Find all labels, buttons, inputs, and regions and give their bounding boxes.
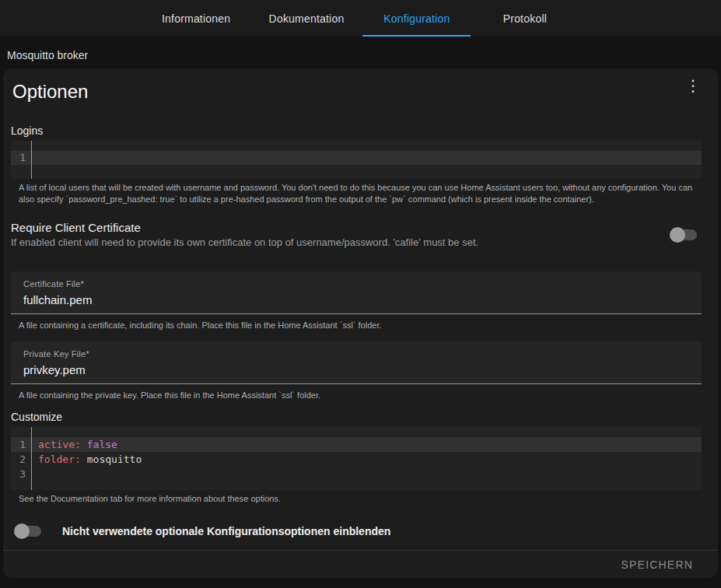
yaml-key-token: folder: [38,453,81,465]
line-number: 3 [11,467,31,481]
switch-thumb [14,523,30,539]
options-card: Optionen ⋮ Logins 1 A list of local user… [3,68,718,578]
kebab-menu-icon: ⋮ [685,76,701,95]
save-button[interactable]: SPEICHERN [621,558,693,571]
line-code: active:false [31,437,117,452]
line-code [31,467,38,481]
keyfile-label: Private Key File* [23,349,689,359]
line-code: folder:mosquitto [31,452,142,467]
addon-name: Mosquitto broker [7,49,721,61]
certfile-helper-text: A file containing a certificate, includi… [19,320,699,331]
editor-padding [11,141,702,151]
certfile-value: fullchain.pem [23,292,689,307]
yaml-key-token: active: [38,439,81,450]
logins-yaml-editor[interactable]: 1 [11,141,702,179]
editor-line: 1 [11,151,702,165]
require-client-certificate-block: Require Client Certificate If enabled cl… [11,221,709,249]
card-title: Optionen [3,68,718,103]
editor-line: 2 folder:mosquitto [11,452,702,467]
customize-yaml-editor[interactable]: 1 active:false 2 folder:mosquitto 3 [11,427,702,490]
tab-protokoll[interactable]: Protokoll [471,0,579,37]
require-client-certificate-label: Require Client Certificate [11,221,639,235]
certfile-label: Certificate File* [23,279,689,289]
editor-line: 1 active:false [11,437,702,452]
require-client-certificate-switch[interactable] [670,227,698,243]
show-unused-options-row: Nicht verwendete optionale Konfiguration… [14,523,718,539]
line-number: 1 [11,437,31,452]
logins-section-label: Logins [11,124,718,137]
editor-line: 3 [11,467,702,481]
addon-tabbar: Informationen Dokumentation Konfiguratio… [0,0,721,37]
show-unused-options-switch[interactable] [14,523,42,539]
card-footer: SPEICHERN [3,550,718,578]
yaml-bool-token: false [87,439,117,450]
switch-thumb [670,227,685,243]
customize-section-label: Customize [11,411,718,423]
keyfile-value: privkey.pem [23,362,689,377]
tab-label: Dokumentation [269,12,345,25]
keyfile-helper-text: A file containing the private key. Place… [19,390,699,401]
tab-label: Informationen [162,12,230,25]
active-tab-indicator [362,35,471,37]
editor-padding [11,165,702,179]
tab-label: Protokoll [503,12,547,25]
line-code [31,151,38,165]
require-client-certificate-description: If enabled client will need to provide i… [11,236,639,249]
customize-helper-text: See the Documentation tab for more infor… [19,493,699,505]
tab-konfiguration[interactable]: Konfiguration [362,0,471,37]
overflow-menu-button[interactable]: ⋮ [681,73,705,98]
show-unused-options-label: Nicht verwendete optionale Konfiguration… [62,525,390,537]
yaml-value-token: mosquitto [87,453,142,465]
keyfile-input[interactable]: Private Key File* privkey.pem [11,341,702,384]
tab-dokumentation[interactable]: Dokumentation [250,0,363,37]
editor-padding [11,481,702,490]
tab-label: Konfiguration [383,12,450,25]
tab-informationen[interactable]: Informationen [142,0,250,37]
line-number: 1 [11,151,31,165]
editor-padding [11,427,702,437]
logins-helper-text: A list of local users that will be creat… [19,182,699,205]
certfile-input[interactable]: Certificate File* fullchain.pem [11,271,702,314]
line-number: 2 [11,452,31,467]
